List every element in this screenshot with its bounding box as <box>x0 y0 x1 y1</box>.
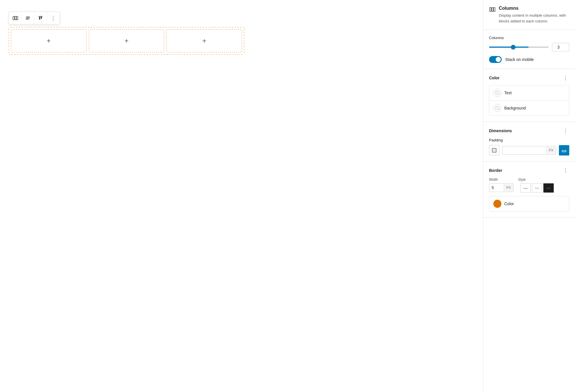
svg-rect-16 <box>492 148 496 152</box>
panel-header: Columns Display content in multiple colu… <box>483 0 575 30</box>
columns-section: Columns Stack on mobile <box>483 30 575 69</box>
columns-icon-button[interactable] <box>9 12 22 24</box>
column-2-plus: + <box>124 37 129 44</box>
svg-line-13 <box>496 91 499 94</box>
columns-label: Columns <box>489 36 569 40</box>
dimensions-section-header: Dimensions ⋮ <box>489 128 569 134</box>
more-dots-icon: ⋮ <box>51 15 56 21</box>
padding-row: PX <box>489 145 569 155</box>
dimensions-section: Dimensions ⋮ Padding PX <box>483 122 575 162</box>
color-section-title: Color <box>489 76 500 80</box>
columns-block: + + + <box>9 27 244 55</box>
border-style-dotted[interactable]: ··· <box>543 183 554 193</box>
column-1[interactable]: + <box>11 29 87 52</box>
border-style-dashed[interactable]: --- <box>532 183 542 193</box>
column-3[interactable]: + <box>166 29 242 52</box>
svg-rect-6 <box>39 16 43 17</box>
align-icon-button[interactable] <box>22 12 34 24</box>
padding-input-group: PX <box>502 146 556 155</box>
color-section-header: Color ⋮ <box>489 75 569 81</box>
border-width-label: Width <box>489 178 513 182</box>
svg-rect-10 <box>492 7 493 11</box>
column-2[interactable]: + <box>89 29 164 52</box>
svg-rect-8 <box>41 17 42 19</box>
svg-rect-9 <box>490 7 491 11</box>
border-px-label: PX <box>504 184 513 191</box>
color-section: Color ⋮ Text Ba <box>483 69 575 122</box>
panel-description: Display content in multiple columns, wit… <box>499 13 569 24</box>
svg-line-15 <box>496 107 499 109</box>
panel-title: Columns <box>499 6 569 11</box>
columns-number-input[interactable] <box>552 43 569 51</box>
columns-slider[interactable] <box>489 47 549 48</box>
border-width-group: Width PX <box>489 178 513 192</box>
color-section-menu[interactable]: ⋮ <box>562 75 569 81</box>
dimensions-section-menu[interactable]: ⋮ <box>562 128 569 134</box>
link-padding-button[interactable] <box>559 145 569 155</box>
stack-on-mobile-row: Stack on mobile <box>489 56 569 63</box>
more-options-button[interactable]: ⋮ <box>47 12 60 24</box>
border-color-option[interactable]: Color <box>489 196 569 212</box>
padding-icon-button[interactable] <box>489 145 499 155</box>
border-style-group: Style — --- ··· <box>518 178 554 193</box>
top-align-icon-button[interactable] <box>34 12 47 24</box>
border-style-buttons: — --- ··· <box>520 183 554 193</box>
dimensions-section-title: Dimensions <box>489 128 512 133</box>
stack-on-mobile-toggle[interactable] <box>489 56 502 63</box>
svg-rect-5 <box>26 19 29 20</box>
columns-block-icon <box>489 6 495 14</box>
svg-rect-17 <box>493 149 495 151</box>
svg-rect-1 <box>15 16 16 20</box>
sidebar: Columns Display content in multiple colu… <box>483 0 575 392</box>
color-background-label: Background <box>504 106 526 110</box>
border-width-style-row: Width PX Style — --- ··· <box>489 178 569 193</box>
svg-rect-0 <box>13 16 14 20</box>
color-background-option[interactable]: Background <box>489 101 569 116</box>
color-text-label: Text <box>504 91 512 95</box>
color-options-group: Text Background <box>489 85 569 116</box>
color-text-option[interactable]: Text <box>489 85 569 101</box>
background-color-icon <box>493 104 501 112</box>
padding-input[interactable] <box>503 146 546 154</box>
border-style-solid[interactable]: — <box>520 183 531 193</box>
solid-line-icon: — <box>524 186 528 190</box>
svg-rect-2 <box>16 16 18 20</box>
border-color-label: Color <box>504 201 514 206</box>
dashed-line-icon: --- <box>535 186 539 190</box>
border-color-swatch <box>493 200 501 208</box>
padding-label: Padding <box>489 138 569 142</box>
border-section-title: Border <box>489 168 502 173</box>
text-color-icon <box>493 89 501 97</box>
columns-control-row <box>489 43 569 51</box>
svg-rect-4 <box>26 18 30 18</box>
border-section-header: Border ⋮ <box>489 167 569 174</box>
border-style-label: Style <box>518 178 554 182</box>
border-width-input[interactable] <box>489 184 504 192</box>
dotted-line-icon: ··· <box>547 186 550 190</box>
svg-rect-7 <box>39 17 40 20</box>
canvas-area: ⋮ + + + <box>0 0 483 392</box>
stack-on-mobile-label: Stack on mobile <box>505 57 534 62</box>
block-toolbar: ⋮ <box>9 11 60 25</box>
svg-rect-3 <box>26 17 30 17</box>
svg-rect-11 <box>494 7 495 11</box>
column-3-plus: + <box>202 37 206 44</box>
column-1-plus: + <box>47 37 51 44</box>
border-section-menu[interactable]: ⋮ <box>562 167 569 174</box>
padding-px-label: PX <box>546 147 556 154</box>
border-width-wrap: PX <box>489 183 513 192</box>
border-section: Border ⋮ Width PX Style — --- <box>483 162 575 218</box>
